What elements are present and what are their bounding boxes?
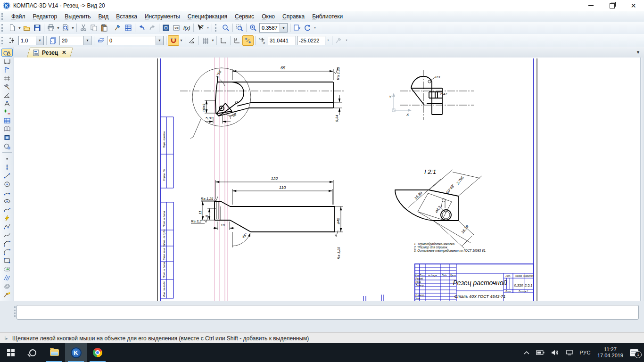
specification-icon[interactable] [1,116,13,124]
parameterization-icon[interactable] [1,91,13,99]
dim-40[interactable]: ⌀40 [336,218,340,224]
snaps-dropdown[interactable]: ▼ [179,36,183,45]
state-overflow[interactable]: ▾ [326,36,330,45]
round-snap-toggle[interactable] [242,35,254,46]
editing-icon[interactable] [1,82,13,90]
tray-chevron-icon[interactable] [524,351,529,354]
view-combo-arrow[interactable]: ▼ [83,36,91,45]
close-button[interactable]: ✕ [623,0,644,11]
dim-r3[interactable]: R3 [435,75,440,79]
undo-icon[interactable] [137,23,147,33]
dim-angle-top[interactable]: 1°56' [215,69,223,79]
copy-properties-icon[interactable] [113,23,123,33]
reports-icon[interactable] [1,125,13,133]
menu-libraries[interactable]: Библиотеки [308,12,347,21]
roughness-head-top[interactable]: Ra 1,25 [201,197,214,201]
menu-tools[interactable]: Инструменты [141,12,184,21]
designations-extra-icon[interactable] [1,74,13,82]
pan-icon[interactable] [292,23,302,33]
contour-icon[interactable] [1,265,13,273]
print-icon[interactable] [46,23,56,33]
print-preview-dropdown[interactable]: ▼ [71,23,75,33]
tab-close-icon[interactable]: ✕ [62,49,66,56]
drawing-svg[interactable]: .tk{stroke:#000;stroke-width:1.8;fill:no… [14,58,640,301]
zoom-group-handle[interactable] [215,24,219,32]
coordinates-icon[interactable]: YX [257,36,267,45]
menu-specification[interactable]: Спецификация [184,12,231,21]
print-preview-icon[interactable] [60,23,71,33]
state-overflow-2[interactable]: ▾ [344,36,349,45]
copy-icon[interactable] [89,23,99,33]
restore-button[interactable] [602,0,623,11]
view-side[interactable]: 122 110 Ra 1,25 11 6 Ra 3,2 10 ⌀40 Ra 1,… [191,176,343,259]
stamp-mass[interactable]: 0,350 [514,283,524,288]
menu-select[interactable]: Выделить [61,12,94,21]
geometry-icon[interactable] [1,49,13,57]
segment-icon[interactable] [1,172,13,180]
kompas-taskbar-button[interactable]: K [65,343,87,362]
ortho-icon[interactable] [232,36,242,45]
technical-requirements[interactable]: 1. Термообработка-закалка. 2. *Размер дл… [413,242,487,253]
dim-2-795[interactable]: 2,795 [455,175,465,186]
auxiliary-line-icon[interactable] [1,163,13,171]
grid-icon[interactable] [200,36,211,45]
coord-y-field[interactable]: -25.0222 [297,36,325,45]
scale-combo-arrow[interactable]: ▼ [280,24,287,32]
construction-lines[interactable] [215,58,227,301]
bezier-icon[interactable] [1,231,13,239]
variables-icon[interactable]: x= [171,23,182,33]
clock[interactable]: 11:27 17.04.2019 [597,346,623,359]
language-indicator[interactable]: РУС [579,350,591,355]
step-combo[interactable]: 1.0 ▼ [18,36,44,45]
document-tab[interactable]: Резец ✕ [28,48,72,58]
chamfer-icon[interactable] [1,239,13,247]
zoom-group-overflow[interactable]: ▾ [313,23,317,33]
volume-icon[interactable] [551,350,559,355]
start-button[interactable] [0,343,22,362]
snaps-toggle[interactable] [168,35,179,46]
parameterization-icon[interactable] [187,36,197,45]
dim-16-39-b[interactable]: 16,39 [460,224,470,234]
selection-icon[interactable] [1,108,13,116]
save-icon[interactable] [32,23,42,33]
notification-icon[interactable]: 1 [630,349,638,356]
statusbar-handle-icon[interactable]: ⁞▸ [0,336,12,341]
step-combo-arrow[interactable]: ▼ [36,36,43,45]
zoom-by-area-icon[interactable] [234,23,245,33]
dim-hole[interactable]: ⌀4,3 [434,205,442,214]
toolbar-overflow[interactable]: ▾ [206,23,210,33]
view-main[interactable]: 65 Ra 1,25 0,34 18h3 5,91 1°56' 7°58' [180,66,344,139]
menu-service[interactable]: Сервис [231,12,258,21]
redo-icon[interactable] [147,23,157,33]
arc-icon[interactable] [1,189,13,197]
menu-view[interactable]: Вид [95,12,113,21]
view-detail[interactable]: I 2:1 16,39 16,39 2,795 ⌀4,3 60°43' [395,168,482,248]
rectangle-icon[interactable] [1,256,13,264]
title-block[interactable]: Изм. Лист № докум. Подп. Дата Разраб. Пр… [415,264,534,301]
refresh-image-icon[interactable] [302,23,313,33]
stamp-title[interactable]: Резец расточной [453,279,507,287]
dim-11[interactable]: 11 [198,211,202,214]
dim-2-47[interactable]: 2,47 [439,92,447,96]
dim-5-91[interactable]: 5,91 [206,116,213,120]
cut-icon[interactable] [78,23,89,33]
lightning-input-icon[interactable] [1,214,13,222]
layer-list-icon[interactable] [96,36,106,45]
roughness-shank[interactable]: Ra 1,25 [336,66,340,80]
designations-icon[interactable] [1,66,13,74]
network-icon[interactable] [565,350,573,355]
context-help-icon[interactable]: ? [195,23,206,33]
document-manager-icon[interactable] [161,23,171,33]
functions-icon[interactable]: f(x) [182,23,192,33]
zoom-in-icon[interactable] [248,23,258,33]
polyline-icon[interactable] [1,222,13,230]
tab-list-dropdown[interactable]: ▼ [636,50,640,55]
property-bar[interactable] [17,305,639,320]
state-toolbar-handle[interactable] [1,37,5,44]
layer-combo[interactable]: 0 ▼ [107,36,164,45]
dim-65[interactable]: 65 [281,66,286,70]
chrome-button[interactable] [87,343,108,362]
menu-drag-handle[interactable] [1,13,5,20]
dim-122[interactable]: 122 [271,176,278,181]
roughness-end[interactable]: Ra 1,25 [337,247,341,259]
